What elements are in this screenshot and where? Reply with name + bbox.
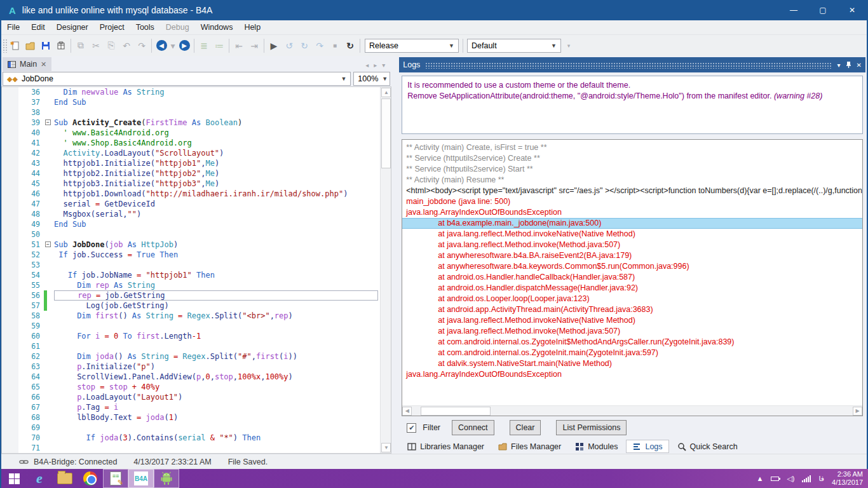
code-line-65[interactable]: 65 stop = stop + 40%y xyxy=(2,382,391,392)
log-line[interactable]: at com.android.internal.os.ZygoteInit.ma… xyxy=(402,348,862,358)
log-line[interactable]: <html><body><script type="text/javascrip… xyxy=(402,186,862,196)
code-line-42[interactable]: 42 Activity.LoadLayout("ScrollLayout") xyxy=(2,148,391,158)
code-line-51[interactable]: 51−Sub JobDone(job As HttpJob) xyxy=(2,240,391,250)
tab-scroll-left-icon[interactable]: ◂ xyxy=(365,62,369,69)
log-line[interactable]: ** Activity (main) Resume ** xyxy=(402,175,862,186)
outdent-icon[interactable]: ⇤ xyxy=(231,38,247,53)
copy-icon[interactable]: ⧉ xyxy=(73,38,88,53)
code-line-38[interactable]: 38 xyxy=(2,107,391,118)
code-line-55[interactable]: 55 Dim rep As String xyxy=(2,280,391,290)
fold-collapse-icon[interactable]: − xyxy=(45,241,51,247)
log-line[interactable]: at java.lang.reflect.Method.invokeNative… xyxy=(402,229,862,240)
navigate-back-icon[interactable]: ◀ xyxy=(154,38,169,53)
code-line-44[interactable]: 44 httpjob2.Initialize("httpjob2",Me) xyxy=(2,168,391,179)
editor-vertical-scrollbar[interactable]: ▲ ▼ xyxy=(380,87,391,453)
code-line-67[interactable]: 67 p.Tag = i xyxy=(2,402,391,412)
save-icon[interactable] xyxy=(38,38,53,53)
show-hidden-icons[interactable]: ▲ xyxy=(756,475,763,482)
taskbar-b4a[interactable]: B4A xyxy=(128,469,154,488)
filter-checkbox[interactable]: ✔ xyxy=(407,423,416,433)
log-line[interactable]: at android.os.Handler.handleCallback(Han… xyxy=(402,272,862,283)
indent-icon[interactable]: ⇥ xyxy=(247,38,262,53)
code-line-60[interactable]: 60 For i = 0 To first.Length-1 xyxy=(2,331,391,341)
menu-item-project[interactable]: Project xyxy=(94,22,130,33)
code-line-46[interactable]: 46 httpjob1.Download("http://miladhaeri.… xyxy=(2,189,391,199)
code-line-62[interactable]: 62 Dim joda() As String = Regex.Split("#… xyxy=(2,351,391,362)
navigate-back-dropdown-icon[interactable]: ▾ xyxy=(169,38,177,53)
code-line-39[interactable]: 39−Sub Activity_Create(FirstTime As Bool… xyxy=(2,118,391,128)
views-select[interactable]: Default▼ xyxy=(467,39,561,53)
taskbar-chrome[interactable] xyxy=(78,469,103,488)
open-project-icon[interactable] xyxy=(23,38,38,53)
method-navigator-select[interactable]: ◆◆ JobDone ▼ xyxy=(3,72,351,86)
close-button[interactable]: ✕ xyxy=(837,0,867,20)
fold-collapse-icon[interactable]: − xyxy=(45,119,51,125)
step-into-icon[interactable]: ↺ xyxy=(281,38,297,53)
code-line-71[interactable]: 71 xyxy=(2,443,391,453)
code-line-70[interactable]: 70 If joda(3).Contains(serial & "*") The… xyxy=(2,433,391,443)
log-line[interactable]: at android.app.ActivityThread.main(Activ… xyxy=(402,304,862,315)
restart-icon[interactable]: ↻ xyxy=(342,38,358,53)
tool-tab-modules[interactable]: Modules xyxy=(569,440,623,453)
navigate-forward-icon[interactable]: ▶ xyxy=(177,38,192,53)
comment-icon[interactable]: ≣ xyxy=(196,38,212,53)
tab-scroll-right-icon[interactable]: ▸ xyxy=(374,62,377,69)
code-line-41[interactable]: 41 ' www.Shop.Basic4Android.org xyxy=(2,138,391,148)
code-line-57[interactable]: 57 Log(job.GetString) xyxy=(2,301,391,311)
language-indicator[interactable]: فا xyxy=(818,475,824,483)
log-line[interactable]: at anywheresoftware.b4a.BA.raiseEvent2(B… xyxy=(402,250,862,261)
code-line-61[interactable]: 61 xyxy=(2,341,391,351)
panel-drag-handle[interactable] xyxy=(425,62,832,69)
code-line-68[interactable]: 68 lblBody.Text = joda(1) xyxy=(2,412,391,423)
code-line-64[interactable]: 64 ScrollView1.Panel.AddView(p,0,stop,10… xyxy=(2,372,391,382)
run-icon[interactable]: ▶ xyxy=(266,38,281,53)
scroll-right-icon[interactable]: ▶ xyxy=(853,407,862,416)
volume-icon[interactable]: ◁) xyxy=(787,475,794,483)
tab-main[interactable]: Main ✕ xyxy=(3,57,51,71)
menu-item-windows[interactable]: Windows xyxy=(195,22,239,33)
new-module-icon[interactable]: ✱ xyxy=(8,38,23,53)
log-line[interactable]: at android.os.Looper.loop(Looper.java:12… xyxy=(402,294,862,304)
code-line-59[interactable]: 59 xyxy=(2,321,391,331)
taskbar-designer[interactable]: ≡≡ xyxy=(103,469,128,488)
menu-item-designer[interactable]: Designer xyxy=(51,22,94,33)
log-horizontal-scrollbar[interactable]: ◀ ▶ xyxy=(402,405,862,416)
toolbar-overflow-icon[interactable]: ▾ xyxy=(561,38,576,53)
undo-icon[interactable]: ↶ xyxy=(119,38,134,53)
log-line[interactable]: at com.android.internal.os.ZygoteInit$Me… xyxy=(402,337,862,348)
log-line-selected[interactable]: at b4a.example.main._jobdone(main.java:5… xyxy=(402,218,862,229)
cut-icon[interactable]: ✂ xyxy=(88,38,104,53)
code-line-53[interactable]: 53 xyxy=(2,260,391,270)
taskbar-file-explorer[interactable] xyxy=(52,469,78,488)
log-output-box[interactable]: ** Activity (main) Create, isFirst = tru… xyxy=(402,139,863,416)
code-line-37[interactable]: 37End Sub xyxy=(2,97,391,107)
code-line-48[interactable]: 48 Msgbox(serial,"") xyxy=(2,209,391,219)
code-line-69[interactable]: 69 xyxy=(2,423,391,433)
scrollbar-thumb[interactable] xyxy=(381,98,391,168)
paste-icon[interactable]: ⎘ xyxy=(104,38,119,53)
stop-icon[interactable]: ■ xyxy=(327,38,342,53)
scrollbar-thumb[interactable] xyxy=(421,407,491,416)
export-package-icon[interactable] xyxy=(53,38,69,53)
build-configuration-select[interactable]: Release▼ xyxy=(365,39,459,53)
code-line-54[interactable]: 54 If job.JobName = "httpjob1" Then xyxy=(2,270,391,280)
redo-icon[interactable]: ↷ xyxy=(134,38,149,53)
scroll-down-icon[interactable]: ▼ xyxy=(381,443,391,452)
code-line-40[interactable]: 40 ' www.Basic4Android.org xyxy=(2,128,391,138)
taskbar-clock[interactable]: 2:36 AM 4/13/2017 xyxy=(832,470,863,487)
code-line-52[interactable]: 52 If job.Success = True Then xyxy=(2,250,391,260)
log-line[interactable]: at anywheresoftware.b4a.keywords.Common$… xyxy=(402,261,862,272)
log-line[interactable]: at java.lang.reflect.Method.invokeNative… xyxy=(402,315,862,326)
code-line-63[interactable]: 63 p.Initialize("p") xyxy=(2,362,391,372)
tool-tab-files-manager[interactable]: Files Manager xyxy=(492,440,567,453)
scroll-up-icon[interactable]: ▲ xyxy=(381,88,391,97)
window-position-icon[interactable]: ▾ xyxy=(837,62,841,69)
code-line-50[interactable]: 50 xyxy=(2,229,391,240)
code-line-36[interactable]: 36 Dim newvalue As String xyxy=(2,87,391,97)
panel-close-icon[interactable]: ✕ xyxy=(857,62,862,69)
menu-item-file[interactable]: File xyxy=(1,22,25,33)
editor-zoom-select[interactable]: 100% ▼ xyxy=(353,72,390,86)
log-line[interactable]: main_jobdone (java line: 500) xyxy=(402,196,862,207)
step-out-icon[interactable]: ↷ xyxy=(312,38,327,53)
code-line-47[interactable]: 47 serial = GetDeviceId xyxy=(2,199,391,209)
